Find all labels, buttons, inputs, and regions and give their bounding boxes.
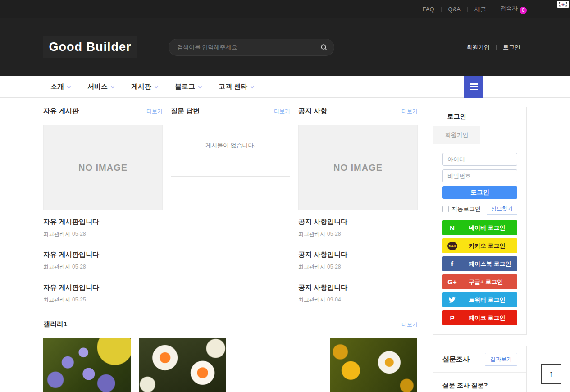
topbar-link-qna[interactable]: Q&A bbox=[442, 6, 467, 13]
arrow-up-icon: ↑ bbox=[549, 369, 553, 379]
site-logo[interactable]: Good Builder bbox=[43, 36, 137, 58]
signup-link[interactable]: 회원가입 bbox=[460, 43, 496, 51]
gallery-image-white-daffodils[interactable] bbox=[139, 338, 226, 392]
login-box: 로그인 회원가입 로그인 자동로그인 정보찾기 bbox=[433, 107, 527, 335]
top-bar: FAQ Q&A 새글 접속자0 bbox=[0, 0, 570, 18]
more-link[interactable]: 더보기 bbox=[401, 108, 418, 115]
taegeuk-flag-graphic bbox=[558, 1, 568, 7]
hamburger-menu-button[interactable] bbox=[464, 76, 483, 98]
post-meta: 최고관리자05-28 bbox=[43, 263, 163, 271]
post-title-link[interactable]: 공지 사항입니다 bbox=[298, 218, 418, 226]
post-meta: 최고관리자09-04 bbox=[298, 296, 418, 304]
chevron-down-icon bbox=[251, 84, 254, 88]
gallery-item: ☆☆☆☆☆ bbox=[330, 338, 417, 392]
login-id-field[interactable] bbox=[442, 153, 517, 166]
board-list-item: 자유 게시판입니다 최고관리자05-28 bbox=[43, 243, 163, 276]
login-submit-button[interactable]: 로그인 bbox=[442, 186, 517, 199]
empty-board-message: 게시물이 없습니다. bbox=[171, 141, 290, 150]
member-links: 회원가입 로그인 bbox=[460, 43, 527, 51]
payco-icon: P bbox=[442, 310, 462, 325]
poll-question: 설문 조사 질문? bbox=[442, 382, 517, 390]
post-meta: 최고관리자05-25 bbox=[43, 296, 163, 304]
payco-login-button[interactable]: P 페이코 로그인 bbox=[442, 310, 517, 325]
googleplus-icon: G+ bbox=[442, 274, 462, 289]
find-info-link[interactable]: 정보찾기 bbox=[487, 203, 517, 215]
auto-login-checkbox[interactable] bbox=[442, 206, 449, 212]
board-list-item: 자유 게시판입니다 최고관리자05-28 bbox=[43, 210, 163, 243]
sidebar: 로그인 회원가입 로그인 자동로그인 정보찾기 bbox=[433, 107, 527, 392]
board-qna: 질문 답변 더보기 게시물이 없습니다. bbox=[171, 107, 290, 309]
facebook-icon: f bbox=[442, 256, 462, 271]
chevron-down-icon bbox=[67, 84, 71, 88]
gallery-image-purple-agapanthus[interactable] bbox=[43, 338, 131, 392]
nav-item-boards[interactable]: 게시판 bbox=[131, 82, 158, 91]
topbar-link-visitors[interactable]: 접속자0 bbox=[493, 5, 527, 14]
gallery-item: ☆☆☆☆☆ bbox=[43, 338, 131, 392]
login-password-field[interactable] bbox=[442, 169, 517, 182]
chevron-down-icon bbox=[111, 84, 114, 88]
login-link[interactable]: 로그인 bbox=[497, 43, 527, 51]
tab-signup[interactable]: 회원가입 bbox=[433, 126, 480, 144]
gallery-item: ☆☆☆☆☆ bbox=[139, 338, 226, 392]
kakao-login-button[interactable]: TALK 카카오 로그인 bbox=[442, 238, 517, 253]
board-title: 공지 사항 bbox=[298, 107, 327, 115]
nav-item-blog[interactable]: 블로그 bbox=[175, 82, 201, 91]
more-link[interactable]: 더보기 bbox=[146, 108, 163, 115]
post-title-link[interactable]: 자유 게시판입니다 bbox=[43, 218, 163, 226]
search-input[interactable] bbox=[177, 44, 320, 50]
search-bar bbox=[169, 39, 334, 56]
auto-login-label: 자동로그인 bbox=[451, 205, 481, 213]
nav-item-about[interactable]: 소개 bbox=[50, 82, 70, 91]
poll-title: 설문조사 bbox=[442, 355, 470, 364]
korean-flag-icon[interactable] bbox=[557, 1, 569, 8]
hamburger-icon bbox=[470, 83, 478, 85]
site-header: Good Builder 회원가입 로그인 bbox=[0, 18, 570, 76]
gallery-image-cherry-blossoms[interactable] bbox=[234, 338, 322, 392]
main-nav: 소개 서비스 게시판 블로그 고객 센타 bbox=[0, 76, 570, 98]
nav-item-services[interactable]: 서비스 bbox=[87, 82, 114, 91]
gallery-image-yellow-cosmos[interactable] bbox=[330, 338, 417, 392]
facebook-login-button[interactable]: f 페이스북 로그인 bbox=[442, 256, 517, 271]
board-list-item: 공지 사항입니다 최고관리자05-28 bbox=[298, 243, 418, 276]
post-title-link[interactable]: 공지 사항입니다 bbox=[298, 251, 418, 259]
post-title-link[interactable]: 자유 게시판입니다 bbox=[43, 283, 163, 292]
search-icon bbox=[320, 44, 328, 51]
post-meta: 최고관리자05-28 bbox=[43, 230, 163, 238]
poll-box: 설문조사 결과보기 설문 조사 질문? 답변1 bbox=[433, 346, 527, 392]
board-free: 자유 게시판 더보기 NO IMAGE 자유 게시판입니다 최고관리자05-28… bbox=[43, 107, 163, 309]
post-meta: 최고관리자05-28 bbox=[298, 230, 418, 238]
board-thumbnail-no-image[interactable]: NO IMAGE bbox=[298, 125, 418, 210]
twitter-login-button[interactable]: 트위터 로그인 bbox=[442, 292, 517, 307]
visitor-count-badge: 0 bbox=[520, 7, 527, 14]
gallery-item: ☆☆☆☆☆ bbox=[234, 338, 322, 392]
board-thumbnail-no-image[interactable]: NO IMAGE bbox=[43, 125, 163, 210]
nav-item-customer-center[interactable]: 고객 센타 bbox=[219, 82, 254, 91]
board-list-item: 자유 게시판입니다 최고관리자05-25 bbox=[43, 276, 163, 309]
twitter-bird-icon bbox=[442, 292, 462, 307]
board-title: 자유 게시판 bbox=[43, 107, 79, 115]
chevron-down-icon bbox=[198, 84, 202, 88]
naver-icon: N bbox=[442, 220, 462, 235]
board-notice: 공지 사항 더보기 NO IMAGE 공지 사항입니다 최고관리자05-28 공… bbox=[298, 107, 418, 309]
chevron-down-icon bbox=[155, 84, 158, 88]
kakaotalk-bubble-icon: TALK bbox=[442, 238, 462, 253]
more-link[interactable]: 더보기 bbox=[401, 321, 418, 328]
divider bbox=[171, 176, 290, 177]
post-meta: 최고관리자05-28 bbox=[298, 263, 418, 271]
naver-login-button[interactable]: N 네이버 로그인 bbox=[442, 220, 517, 235]
main-content: 자유 게시판 더보기 NO IMAGE 자유 게시판입니다 최고관리자05-28… bbox=[0, 107, 570, 392]
scroll-to-top-button[interactable]: ↑ bbox=[541, 364, 561, 384]
search-button[interactable] bbox=[320, 44, 328, 51]
googleplus-login-button[interactable]: G+ 구글+ 로그인 bbox=[442, 274, 517, 289]
board-list-item: 공지 사항입니다 최고관리자09-04 bbox=[298, 276, 418, 309]
post-title-link[interactable]: 공지 사항입니다 bbox=[298, 283, 418, 292]
tab-login[interactable]: 로그인 bbox=[433, 107, 480, 126]
poll-results-button[interactable]: 결과보기 bbox=[485, 353, 517, 366]
board-list-item: 공지 사항입니다 최고관리자05-28 bbox=[298, 210, 418, 243]
topbar-link-faq[interactable]: FAQ bbox=[416, 6, 441, 13]
board-title: 질문 답변 bbox=[171, 107, 200, 115]
more-link[interactable]: 더보기 bbox=[274, 108, 290, 115]
gallery-title: 갤러리1 bbox=[43, 320, 67, 328]
post-title-link[interactable]: 자유 게시판입니다 bbox=[43, 251, 163, 259]
topbar-link-new-posts[interactable]: 새글 bbox=[468, 5, 493, 14]
